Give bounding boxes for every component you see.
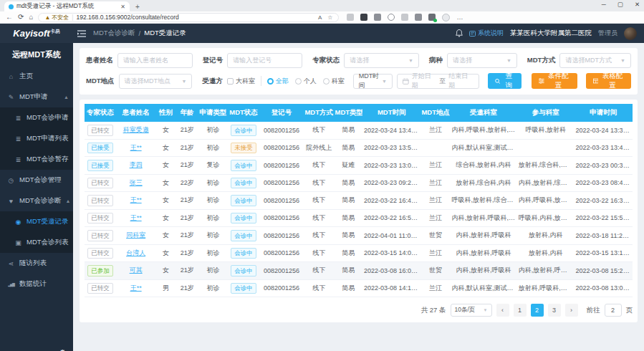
sidebar-item-label: MDT会诊列表: [27, 238, 69, 247]
table-config-button[interactable]: 表格配置: [586, 73, 631, 89]
table-row[interactable]: 已转交同科室女21岁初诊会诊中0082001256线下简易2022-04-01 …: [85, 227, 633, 245]
gender-cell: 女: [155, 192, 176, 210]
sidebar-item-随访列表[interactable]: ⋖随访列表: [0, 253, 73, 274]
table-row[interactable]: 已转交台湾人女21岁初诊会诊中0082001256线下简易2022-03-15 …: [85, 244, 633, 262]
extension-icon[interactable]: [374, 14, 381, 21]
prev-page-button[interactable]: ‹: [496, 304, 509, 317]
user-role: 管理员: [598, 29, 617, 38]
browser-url-bar: ← ⟳ ⌂ ▲ 不安全 | 192.168.0.156:9002/consult…: [0, 11, 644, 24]
extension-icon[interactable]: [428, 14, 436, 21]
next-page-button[interactable]: ›: [565, 304, 578, 317]
patient-name-link[interactable]: 同科室: [126, 231, 145, 239]
patient-name-link[interactable]: 王**: [130, 196, 142, 203]
sidebar-item-主页[interactable]: ⌂主页: [0, 66, 73, 87]
sidebar-item-MDT会诊诊断[interactable]: ♥MDT会诊诊断▲: [0, 191, 73, 211]
big-dept-checkbox[interactable]: 大科室: [227, 77, 255, 86]
back-icon[interactable]: ←: [6, 14, 13, 21]
table-row[interactable]: 已参加可其女21岁初诊会诊中0082001256线下简易2022-03-08 1…: [85, 262, 633, 280]
table-row[interactable]: 已转交张三女22岁初诊会诊中0082001256线下简易2022-03-23 0…: [85, 174, 633, 192]
register-no-input[interactable]: 请输入登记号: [227, 53, 302, 68]
sidebar-item-MDT会诊暂存[interactable]: ≣MDT会诊暂存: [0, 149, 73, 170]
extension-icon[interactable]: [415, 14, 422, 21]
favorite-star-icon[interactable]: ☆: [327, 14, 332, 21]
patient-name-link[interactable]: 张三: [130, 179, 143, 186]
expert-status-cell: 已接受: [85, 157, 116, 175]
patient-name-link[interactable]: 台湾人: [126, 249, 145, 256]
page-button-2[interactable]: 2: [531, 304, 544, 317]
table-row[interactable]: 已转交王**男21岁初诊会诊中0082001256线下简易2022-03-08 …: [85, 279, 633, 297]
mdt-mode-cell: 线下: [304, 279, 335, 297]
table-row[interactable]: 已转交科室受邀女21岁初诊会诊中0082001256线下简易2022-03-24…: [85, 122, 633, 139]
mdt-place-select[interactable]: 请选择MDT地点▼: [119, 74, 193, 89]
sidebar-item-数据统计[interactable]: ▂▅▇数据统计: [0, 274, 73, 294]
user-avatar[interactable]: [624, 27, 637, 40]
address-input[interactable]: ▲ 不安全 | 192.168.0.156:9002/consultate/re…: [38, 13, 339, 22]
table-row[interactable]: 已接受李四女21岁复诊会诊中0082001256线下疑难2022-03-23 1…: [85, 157, 633, 175]
browser-profile-icon[interactable]: [442, 14, 450, 21]
condition-config-button[interactable]: 条件配置: [532, 73, 577, 89]
window-restore-button[interactable]: ▢: [617, 1, 623, 8]
table-row[interactable]: 已转交王**女21岁初诊会诊中0082001256线下简易2022-03-22 …: [85, 192, 633, 210]
extension-icon[interactable]: [388, 14, 395, 21]
mdt-mode-cell: 线下: [304, 157, 335, 175]
patient-name-link[interactable]: 可其: [130, 266, 143, 274]
mdt-mode-cell: 线下: [304, 192, 335, 210]
mdt-type-cell: 简易: [335, 139, 363, 157]
window-close-button[interactable]: ✕: [635, 1, 640, 8]
date-range-input[interactable]: 开始日期 至 结束日期: [397, 74, 479, 89]
mdt-type-cell: 简易: [335, 262, 363, 280]
sidebar-item-MDT会诊列表[interactable]: ▣MDT会诊列表: [0, 232, 73, 253]
expert-status-badge: 已转交: [87, 178, 113, 189]
sidebar-item-MDT申请列表[interactable]: ≣MDT申请列表: [0, 128, 73, 149]
patient-name-link[interactable]: 科室受邀: [123, 126, 149, 133]
new-tab-button[interactable]: +: [135, 3, 140, 11]
split-screen-icon[interactable]: [401, 14, 408, 21]
mdt-place-cell: 兰江: [420, 122, 450, 139]
mdt-time-cell: 2022-03-08 16:00:00: [362, 262, 420, 280]
expert-status-select[interactable]: 请选择▼: [344, 53, 419, 68]
page-button-3[interactable]: 3: [548, 304, 561, 317]
radio-个人[interactable]: 个人: [295, 77, 317, 86]
patient-name-link[interactable]: 王**: [130, 284, 142, 292]
breadcrumb-parent[interactable]: MDT会诊诊断: [93, 29, 135, 38]
time-type-select[interactable]: MDT时间▼: [353, 74, 393, 89]
extension-icon[interactable]: [360, 14, 367, 21]
table-row[interactable]: 已转交王**女21岁初诊会诊中0082001256线下简易2022-03-22 …: [85, 209, 633, 227]
radio-科室[interactable]: 科室: [323, 77, 345, 86]
search-button[interactable]: 查询: [488, 73, 522, 89]
sidebar-item-MDT受邀记录[interactable]: ◉MDT受邀记录: [0, 211, 73, 232]
settings-gear-icon[interactable]: ⚙: [59, 348, 66, 351]
page-button-1[interactable]: 1: [514, 304, 527, 317]
sidebar-item-MDT会诊申请[interactable]: ≣MDT会诊申请: [0, 107, 73, 128]
page-size-select[interactable]: 10条/页▼: [451, 304, 492, 317]
patient-name-input[interactable]: 请输入患者姓名: [117, 53, 193, 68]
joined-depts-cell: 内科,放射科,综合科: [517, 174, 575, 192]
home-icon[interactable]: ⌂: [29, 14, 33, 21]
expert-status-badge: 已接受: [87, 143, 113, 154]
sidebar-item-MDT申请[interactable]: ✎MDT申请▲: [0, 87, 73, 107]
system-help-link[interactable]: 系统说明: [469, 29, 504, 38]
patient-name-label: 患者姓名: [86, 56, 113, 65]
sidebar-collapse-icon[interactable]: [77, 30, 86, 37]
read-aloud-icon[interactable]: A: [318, 14, 322, 21]
window-minimize-button[interactable]: ─: [602, 1, 606, 8]
mdt-place-label: MDT地点: [86, 77, 115, 86]
bell-icon[interactable]: [456, 29, 463, 37]
browser-tab[interactable]: mdt受邀记录 - 远程MDT系统 ✕: [4, 1, 130, 11]
goto-page-input[interactable]: 2: [605, 304, 622, 317]
browser-menu-icon[interactable]: …: [456, 14, 463, 21]
not-secure-warning[interactable]: ▲ 不安全: [44, 14, 69, 21]
sidebar-item-MDT会诊管理[interactable]: ◷MDT会诊管理: [0, 170, 73, 191]
radio-全部[interactable]: 全部: [267, 77, 289, 86]
patient-name-link[interactable]: 王**: [130, 144, 142, 151]
patient-name-link[interactable]: 李四: [130, 161, 143, 168]
mdt-place-cell: [420, 139, 450, 157]
reload-icon[interactable]: ⟳: [18, 14, 24, 21]
mdt-mode-select[interactable]: 请选择MDT方式▼: [559, 53, 631, 68]
extension-icon[interactable]: [347, 14, 354, 21]
disease-select[interactable]: 请选择▼: [447, 53, 517, 68]
tab-close-icon[interactable]: ✕: [120, 4, 125, 10]
patient-name-link[interactable]: 王**: [130, 214, 142, 221]
table-row[interactable]: 已接受王**女21岁初诊未接受0082001256院外线上简易2022-03-2…: [85, 139, 633, 157]
chevron-up-icon: ▲: [66, 198, 71, 203]
